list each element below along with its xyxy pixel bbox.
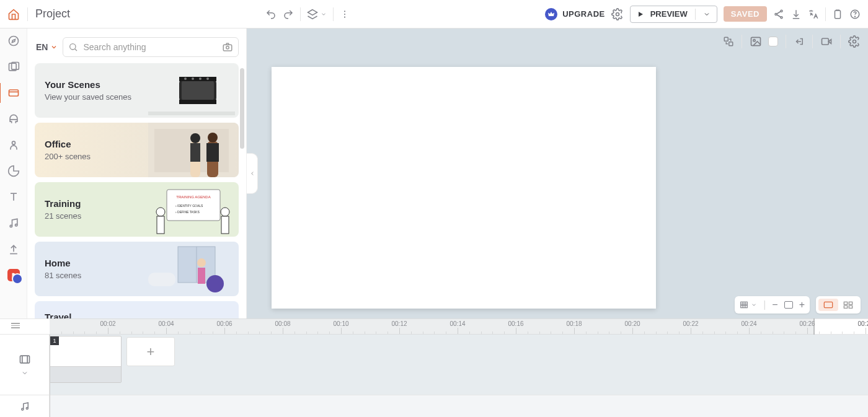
divider [825,7,826,21]
svg-rect-74 [844,305,847,308]
svg-point-33 [199,77,202,80]
home-icon[interactable] [7,8,20,20]
sidebar-upload[interactable] [7,243,20,255]
svg-point-65 [853,40,856,43]
scrollbar[interactable] [240,68,244,149]
grid-dropdown[interactable] [740,301,757,309]
svg-rect-18 [9,90,18,96]
scrub-range[interactable] [50,318,815,335]
svg-point-55 [197,258,206,267]
svg-point-80 [26,407,28,409]
video-icon[interactable] [820,35,833,48]
film-reel-icon [148,63,235,118]
top-bar: Project UPGRADE PREVIEW SAVED [0,0,868,29]
canvas-settings-icon[interactable] [848,35,861,48]
svg-rect-28 [182,79,214,102]
help-icon[interactable] [849,9,861,20]
divider [812,35,813,48]
svg-rect-30 [179,100,216,104]
svg-rect-40 [190,143,200,162]
color-swatch[interactable] [768,37,778,46]
search-icon [68,42,78,52]
svg-point-8 [781,16,782,18]
svg-line-10 [777,14,781,17]
sidebar-text[interactable] [7,191,20,203]
share-icon[interactable] [773,9,784,20]
svg-marker-15 [12,40,15,43]
download-icon[interactable] [790,9,802,20]
zoom-out-button[interactable]: − [772,299,777,310]
timeline-track[interactable]: 1 + [50,335,868,395]
svg-point-1 [344,11,345,12]
svg-point-7 [775,13,777,15]
project-title[interactable]: Project [35,7,70,20]
canvas-area[interactable]: | − + [247,29,868,318]
training-illustration: TRAINING AGENDA› IDENTIFY GOALS› DEFINE … [148,182,235,237]
category-office[interactable]: Office 200+ scenes [35,123,239,177]
redo-icon[interactable] [283,9,294,20]
sidebar-audio[interactable] [7,217,20,229]
view-grid-button[interactable] [838,299,858,311]
upgrade-button[interactable]: UPGRADE [545,8,605,20]
chevron-down-icon [703,11,711,18]
settings-icon[interactable] [611,8,624,20]
svg-point-13 [855,16,856,17]
view-preview-button[interactable] [818,299,838,311]
enter-icon[interactable] [794,36,805,47]
fit-icon[interactable] [784,301,793,309]
category-your-scenes[interactable]: Your Scenes View your saved scenes [35,63,239,118]
svg-point-22 [15,224,17,226]
svg-rect-60 [751,37,761,45]
camera-icon[interactable] [222,42,233,53]
clipboard-icon[interactable] [832,9,843,20]
sidebar-props[interactable] [7,113,20,125]
track-chevron[interactable] [21,369,29,377]
category-travel[interactable]: Travel [35,301,239,318]
svg-rect-59 [729,42,733,46]
svg-point-42 [208,133,218,143]
image-icon[interactable] [750,35,762,48]
collapse-panel-button[interactable] [247,153,258,194]
saved-indicator: SAVED [724,6,767,22]
svg-marker-5 [639,12,643,17]
preview-label: PREVIEW [650,9,688,19]
replace-icon[interactable] [723,36,734,47]
chevron-down-icon [50,43,58,51]
translate-icon[interactable] [808,9,819,20]
sidebar-explore[interactable] [7,35,20,47]
scene-thumbnail[interactable]: 1 [50,336,122,383]
add-scene-button[interactable]: + [126,337,175,366]
office-illustration [148,123,235,177]
sidebar-app[interactable] [7,269,20,281]
preview-button[interactable]: PREVIEW [630,6,717,23]
search-field[interactable] [63,37,239,57]
divider [786,35,786,48]
svg-point-31 [184,77,187,80]
audio-track-lead[interactable] [0,395,50,417]
search-input[interactable] [83,42,217,52]
table-icon [740,301,748,309]
audio-track[interactable] [50,395,868,417]
browse-panel: EN Your Scenes View your saved scenes [27,29,247,318]
sidebar-characters[interactable] [7,139,20,151]
language-selector[interactable]: EN [36,42,58,52]
play-icon [637,11,644,18]
stage[interactable] [272,67,656,309]
svg-point-20 [12,141,15,144]
undo-icon[interactable] [265,9,277,20]
sidebar-scenes[interactable] [7,87,20,99]
svg-rect-75 [849,305,852,308]
sidebar-charts[interactable] [7,165,20,177]
more-icon[interactable] [340,9,350,19]
layers-dropdown[interactable] [307,9,327,20]
ruler-handle[interactable] [11,323,20,328]
sidebar-media[interactable] [7,61,20,73]
svg-rect-51 [221,216,229,234]
timeline: 1 + [0,335,868,395]
zoom-in-button[interactable]: + [799,299,805,310]
category-training[interactable]: Training 21 scenes TRAINING AGENDA› IDEN… [35,182,239,237]
svg-point-21 [10,225,12,227]
svg-point-26 [226,46,229,50]
category-home[interactable]: Home 81 scenes [35,242,239,296]
scenes-track-icon[interactable] [19,353,31,366]
